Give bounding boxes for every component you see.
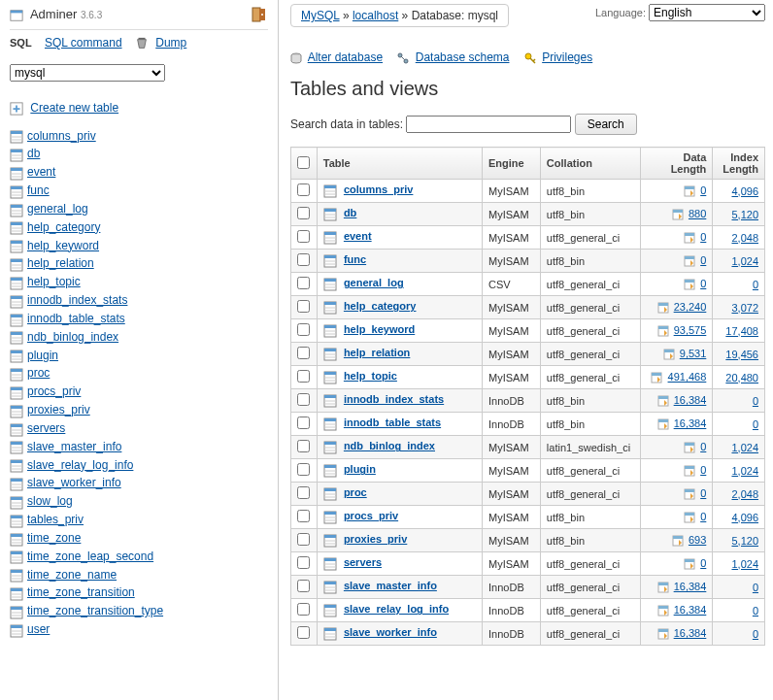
data-length-link[interactable]: 9,531	[680, 348, 707, 359]
sidebar-table-link[interactable]: user	[10, 620, 268, 639]
create-table-link[interactable]: Create new table	[10, 99, 268, 117]
sidebar-table-link[interactable]: slave_master_info	[10, 438, 268, 456]
breadcrumb-server[interactable]: MySQL	[301, 9, 340, 22]
table-name-link[interactable]: plugin	[344, 463, 376, 475]
index-length-link[interactable]: 1,024	[731, 255, 758, 267]
sidebar-table-link[interactable]: columns_priv	[10, 127, 268, 146]
logout-icon[interactable]	[251, 6, 268, 23]
privileges-link[interactable]: Privileges	[524, 50, 592, 64]
index-length-link[interactable]: 1,024	[731, 465, 758, 477]
sidebar-table-link[interactable]: servers	[10, 419, 268, 438]
schema-link[interactable]: Database schema	[397, 50, 512, 64]
data-length-link[interactable]: 0	[700, 441, 706, 452]
table-name-link[interactable]: slave_master_info	[344, 580, 437, 591]
row-checkbox[interactable]	[297, 277, 310, 289]
sidebar-table-link[interactable]: innodb_index_stats	[10, 291, 268, 310]
table-name-link[interactable]: help_topic	[344, 370, 397, 382]
search-button[interactable]: Search	[575, 114, 637, 135]
table-name-link[interactable]: innodb_table_stats	[344, 417, 441, 428]
index-length-link[interactable]: 0	[753, 279, 758, 290]
sql-command-link[interactable]: SQL SQL command	[10, 36, 125, 50]
index-length-link[interactable]: 1,024	[731, 442, 758, 453]
index-length-link[interactable]: 5,120	[731, 535, 758, 547]
sidebar-table-link[interactable]: help_topic	[10, 273, 268, 291]
sidebar-table-link[interactable]: ndb_binlog_index	[10, 328, 268, 347]
sidebar-table-link[interactable]: time_zone_name	[10, 566, 268, 584]
row-checkbox[interactable]	[297, 533, 310, 546]
row-checkbox[interactable]	[297, 603, 310, 616]
data-length-link[interactable]: 491,468	[668, 371, 707, 383]
horizontal-scrollbar[interactable]	[0, 684, 773, 700]
data-length-link[interactable]: 16,384	[674, 417, 707, 429]
sidebar-table-link[interactable]: procs_priv	[10, 383, 268, 401]
index-length-link[interactable]: 4,096	[731, 512, 758, 523]
sidebar-table-link[interactable]: innodb_table_stats	[10, 310, 268, 328]
data-length-link[interactable]: 16,384	[674, 394, 707, 406]
index-length-link[interactable]: 2,048	[731, 488, 758, 500]
data-length-link[interactable]: 16,384	[674, 581, 707, 592]
sidebar-table-link[interactable]: time_zone	[10, 529, 268, 548]
row-checkbox[interactable]	[297, 417, 310, 429]
sidebar-table-link[interactable]: time_zone_leap_second	[10, 548, 268, 566]
index-length-link[interactable]: 17,408	[725, 325, 758, 337]
search-input[interactable]	[406, 116, 571, 133]
sidebar-table-link[interactable]: help_category	[10, 218, 268, 237]
sidebar-table-link[interactable]: tables_priv	[10, 511, 268, 529]
row-checkbox[interactable]	[297, 323, 310, 336]
table-name-link[interactable]: servers	[344, 556, 382, 568]
table-name-link[interactable]: procs_priv	[344, 510, 398, 521]
sidebar-table-link[interactable]: plugin	[10, 347, 268, 365]
index-length-link[interactable]: 20,480	[725, 372, 758, 383]
row-checkbox[interactable]	[297, 580, 310, 592]
sidebar-table-link[interactable]: time_zone_transition_type	[10, 602, 268, 620]
table-name-link[interactable]: func	[344, 253, 366, 265]
sidebar-table-link[interactable]: proc	[10, 364, 268, 383]
data-length-link[interactable]: 880	[689, 208, 706, 219]
data-length-link[interactable]: 0	[700, 464, 706, 476]
index-length-link[interactable]: 0	[753, 582, 758, 593]
index-length-link[interactable]: 5,120	[731, 209, 758, 220]
row-checkbox[interactable]	[297, 463, 310, 476]
sidebar-table-link[interactable]: slow_log	[10, 492, 268, 511]
sidebar-table-link[interactable]: proxies_priv	[10, 401, 268, 419]
data-length-link[interactable]: 93,575	[674, 324, 707, 336]
data-length-link[interactable]: 0	[700, 254, 706, 266]
data-length-link[interactable]: 0	[700, 231, 706, 243]
index-length-link[interactable]: 4,096	[731, 185, 758, 197]
sidebar-table-link[interactable]: event	[10, 163, 268, 182]
row-checkbox[interactable]	[297, 510, 310, 522]
table-name-link[interactable]: help_keyword	[344, 323, 415, 335]
sidebar-table-link[interactable]: func	[10, 182, 268, 200]
row-checkbox[interactable]	[297, 207, 310, 219]
select-all-checkbox[interactable]	[297, 156, 310, 169]
row-checkbox[interactable]	[297, 183, 310, 196]
breadcrumb-host[interactable]: localhost	[353, 9, 398, 22]
data-length-link[interactable]: 16,384	[674, 627, 707, 639]
table-name-link[interactable]: ndb_binlog_index	[344, 440, 435, 451]
sidebar-table-link[interactable]: help_relation	[10, 254, 268, 273]
table-name-link[interactable]: event	[344, 230, 372, 242]
table-name-link[interactable]: general_log	[344, 277, 404, 288]
row-checkbox[interactable]	[297, 626, 310, 639]
table-name-link[interactable]: help_category	[344, 300, 417, 312]
sidebar-table-link[interactable]: help_keyword	[10, 237, 268, 255]
database-select[interactable]: mysql	[10, 64, 165, 82]
table-name-link[interactable]: proc	[344, 486, 367, 498]
row-checkbox[interactable]	[297, 347, 310, 359]
index-length-link[interactable]: 0	[753, 418, 758, 430]
index-length-link[interactable]: 0	[753, 395, 758, 407]
language-select[interactable]: English	[649, 4, 765, 21]
data-length-link[interactable]: 23,240	[674, 301, 707, 313]
sidebar-table-link[interactable]: slave_worker_info	[10, 474, 268, 492]
data-length-link[interactable]: 0	[700, 278, 706, 289]
table-name-link[interactable]: help_relation	[344, 347, 410, 358]
sidebar-table-link[interactable]: db	[10, 145, 268, 163]
row-checkbox[interactable]	[297, 486, 310, 499]
row-checkbox[interactable]	[297, 300, 310, 313]
table-name-link[interactable]: columns_priv	[344, 183, 414, 195]
data-length-link[interactable]: 0	[700, 487, 706, 499]
table-name-link[interactable]: slave_relay_log_info	[344, 603, 449, 615]
table-name-link[interactable]: slave_worker_info	[344, 626, 437, 638]
index-length-link[interactable]: 3,072	[731, 302, 758, 314]
index-length-link[interactable]: 2,048	[731, 232, 758, 244]
